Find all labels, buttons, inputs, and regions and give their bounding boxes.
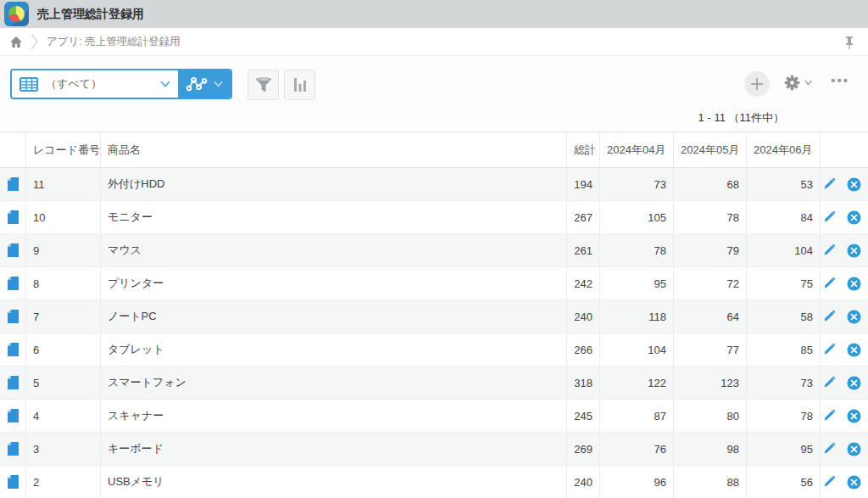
edit-record-button[interactable] <box>822 277 836 291</box>
delete-record-button[interactable] <box>847 409 861 423</box>
cell-2024-05: 77 <box>673 333 746 366</box>
view-selector-current[interactable]: （すべて） <box>12 70 178 98</box>
delete-record-button[interactable] <box>847 177 861 192</box>
edit-record-button[interactable] <box>822 442 836 456</box>
table-view-icon <box>19 77 38 92</box>
cell-2024-04: 118 <box>599 300 673 333</box>
pencil-icon <box>822 409 836 422</box>
cell-2024-05: 79 <box>673 234 746 266</box>
column-header-product[interactable]: 商品名 <box>100 132 566 167</box>
breadcrumb-app-link[interactable]: アプリ: 売上管理総計登録用 <box>47 35 181 49</box>
record-document-icon <box>8 343 19 356</box>
more-options-button[interactable]: ••• <box>831 73 849 87</box>
edit-record-button[interactable] <box>822 409 836 423</box>
record-detail-link[interactable] <box>0 234 25 266</box>
graph-view-button[interactable] <box>178 70 231 98</box>
cell-2024-04: 73 <box>599 168 673 200</box>
cell-2024-04: 95 <box>599 267 673 299</box>
row-actions <box>820 466 868 498</box>
delete-record-button[interactable] <box>847 210 861 225</box>
pin-icon[interactable] <box>841 34 858 51</box>
cell-product-name: スマートフォン <box>100 367 566 399</box>
delete-record-button[interactable] <box>847 310 861 324</box>
record-detail-link[interactable] <box>0 367 25 399</box>
cell-total: 261 <box>566 234 599 266</box>
column-header-total[interactable]: 総計 <box>566 132 599 167</box>
cell-2024-04: 105 <box>599 201 673 233</box>
circle-x-icon <box>847 343 861 357</box>
record-document-icon <box>8 310 19 323</box>
cell-2024-04: 78 <box>599 234 673 266</box>
edit-record-button[interactable] <box>822 210 836 225</box>
cell-product-name: プリンター <box>100 267 566 299</box>
view-selector[interactable]: （すべて） <box>10 69 232 99</box>
delete-record-button[interactable] <box>847 442 861 456</box>
settings-button[interactable] <box>783 74 812 92</box>
record-detail-link[interactable] <box>0 300 25 333</box>
edit-record-button[interactable] <box>822 376 836 390</box>
node-graph-icon <box>186 76 208 92</box>
delete-record-button[interactable] <box>847 277 861 291</box>
app-icon[interactable] <box>4 2 29 26</box>
cell-2024-06: 56 <box>746 466 820 498</box>
cell-2024-05: 88 <box>673 466 746 498</box>
cell-2024-04: 122 <box>599 367 673 399</box>
row-actions <box>820 333 868 366</box>
pencil-icon <box>822 210 836 224</box>
record-document-icon <box>8 277 19 290</box>
record-detail-link[interactable] <box>0 466 25 498</box>
row-actions <box>820 433 868 465</box>
record-detail-link[interactable] <box>0 168 25 200</box>
edit-record-button[interactable] <box>822 475 836 490</box>
pencil-icon <box>822 376 836 389</box>
column-header-record-no[interactable]: レコード番号 <box>25 132 100 167</box>
plus-icon <box>750 77 764 91</box>
cell-2024-06: 85 <box>746 333 820 366</box>
app-title: 売上管理総計登録用 <box>37 7 144 22</box>
delete-record-button[interactable] <box>847 243 861 258</box>
record-detail-link[interactable] <box>0 267 25 299</box>
table-row: 3 キーボード 269 76 98 95 <box>0 433 868 466</box>
record-detail-link[interactable] <box>0 333 25 366</box>
chevron-down-icon <box>804 80 812 86</box>
record-detail-link[interactable] <box>0 201 25 233</box>
row-actions <box>820 400 868 432</box>
table-row: 4 スキャナー 245 87 80 78 <box>0 400 868 433</box>
column-header-2024-05[interactable]: 2024年05月 <box>673 132 746 167</box>
filter-button[interactable] <box>248 70 279 100</box>
cell-record-no: 2 <box>25 466 100 498</box>
table-row: 2 USBメモリ 240 96 88 56 <box>0 466 868 498</box>
cell-product-name: USBメモリ <box>100 466 566 498</box>
table-header-row: レコード番号 商品名 総計 2024年04月 2024年05月 2024年06月 <box>0 131 868 168</box>
cell-2024-05: 98 <box>673 433 746 465</box>
cell-2024-06: 84 <box>746 201 820 233</box>
delete-record-button[interactable] <box>847 475 861 490</box>
home-icon[interactable] <box>10 36 22 48</box>
cell-total: 242 <box>566 267 599 299</box>
add-record-button[interactable] <box>744 71 770 97</box>
edit-record-button[interactable] <box>822 343 836 357</box>
delete-record-button[interactable] <box>847 343 861 357</box>
chart-button[interactable] <box>284 70 315 100</box>
cell-total: 318 <box>566 367 599 399</box>
edit-record-button[interactable] <box>822 177 836 192</box>
record-detail-link[interactable] <box>0 400 25 432</box>
column-header-2024-06[interactable]: 2024年06月 <box>746 132 820 167</box>
cell-2024-05: 78 <box>673 201 746 233</box>
table-row: 9 マウス 261 78 79 104 <box>0 234 868 267</box>
cell-2024-04: 76 <box>599 433 673 465</box>
circle-x-icon <box>847 210 861 225</box>
column-header-2024-04[interactable]: 2024年04月 <box>599 132 673 167</box>
edit-record-button[interactable] <box>822 243 836 258</box>
delete-record-button[interactable] <box>847 376 861 390</box>
record-detail-link[interactable] <box>0 433 25 465</box>
cell-record-no: 7 <box>25 300 100 333</box>
cell-2024-06: 73 <box>746 367 820 399</box>
pie-chart-icon <box>8 6 25 22</box>
edit-record-button[interactable] <box>822 310 836 324</box>
cell-record-no: 10 <box>25 201 100 233</box>
chevron-separator-icon <box>31 33 38 50</box>
record-document-icon <box>8 376 19 389</box>
cell-2024-05: 68 <box>673 168 746 200</box>
cell-total: 194 <box>566 168 599 200</box>
